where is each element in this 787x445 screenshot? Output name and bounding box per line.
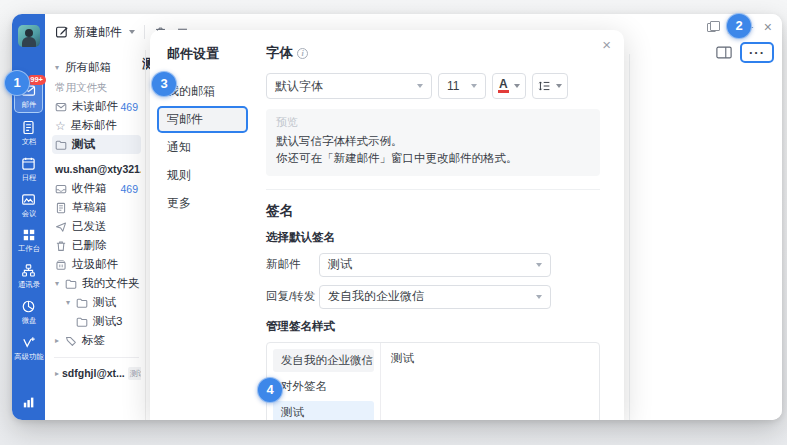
new-mail-signature-select[interactable]: 测试: [319, 253, 551, 277]
account-secondary[interactable]: ▸ sdfghjl@xt... 测试111: [52, 363, 141, 383]
folder-label: 测试: [72, 137, 95, 152]
rail-item-label: 工作台: [17, 244, 39, 252]
line-spacing-icon: [538, 80, 551, 92]
drive-icon: [21, 299, 36, 314]
rail-item-label: 文档: [21, 137, 36, 145]
manage-signature-heading: 管理签名样式: [266, 319, 600, 334]
preview-label: 预览: [276, 115, 590, 130]
stats-icon[interactable]: [21, 395, 36, 410]
inbox-count: 469: [120, 183, 138, 195]
preview-line: 你还可在「新建邮件」窗口中更改邮件的格式。: [276, 150, 590, 167]
folder-label: 测试: [93, 295, 116, 310]
font-controls: 默认字体 11 A: [266, 73, 600, 99]
rail-item-drive[interactable]: 微盘: [14, 296, 43, 328]
annotation-step-2: 2: [726, 13, 752, 39]
sent-icon: [55, 221, 67, 233]
common-folders-label: 常用文件夹: [52, 79, 141, 97]
trash-icon: [55, 240, 67, 252]
new-mail-signature-value: 测试: [328, 256, 352, 273]
signature-item-test[interactable]: 测试: [273, 401, 374, 421]
folder-group-all-mailboxes[interactable]: ▾ 所有邮箱: [52, 58, 141, 77]
signature-item-external[interactable]: 对外签名: [273, 375, 374, 398]
rail-item-docs[interactable]: 文档: [14, 117, 43, 149]
folder-item-my-test3[interactable]: 测试3: [52, 312, 141, 331]
settings-content: 字体 i 默认字体 11 A: [246, 30, 624, 420]
signature-item-wecom[interactable]: 发自我的企业微信: [273, 349, 374, 372]
restore-window-icon[interactable]: [707, 23, 716, 32]
default-signature-heading: 选择默认签名: [266, 230, 600, 245]
rail-item-label: 会议: [21, 209, 36, 217]
account-label: sdfghjl@xt...: [62, 367, 125, 379]
annotation-step-3: 3: [151, 71, 177, 97]
tag-icon: [65, 335, 77, 347]
folder-label: 标签: [82, 333, 105, 348]
desktop-background: 99+ 邮件 文档 日程 会议 工作台 通讯录: [0, 0, 787, 445]
settings-nav-my-mailbox[interactable]: 我的邮箱: [167, 80, 240, 103]
folder-item-starred[interactable]: ☆ 星标邮件: [52, 116, 141, 135]
folder-group-tags[interactable]: ▸ 标签: [52, 331, 141, 350]
chevron-down-icon: ▾: [66, 298, 73, 307]
new-mail-label: 新邮件: [266, 257, 319, 272]
section-divider: [266, 189, 600, 190]
rail-item-contacts[interactable]: 通讯录: [14, 260, 43, 292]
folder-item-sent[interactable]: 已发送: [52, 217, 141, 236]
account-primary[interactable]: wu.shan@xty321....: [52, 159, 141, 179]
signature-list: 发自我的企业微信 对外签名 测试 测试2 创建签名: [267, 343, 381, 421]
font-family-value: 默认字体: [275, 78, 323, 95]
app-window: 99+ 邮件 文档 日程 会议 工作台 通讯录: [12, 14, 782, 420]
folder-icon: [76, 297, 88, 309]
new-mail-label: 新建邮件: [74, 24, 122, 41]
folder-label: 所有邮箱: [65, 60, 111, 75]
rail-item-advanced[interactable]: 高级功能: [14, 332, 43, 364]
more-options-button[interactable]: ···: [740, 42, 774, 63]
folder-item-spam[interactable]: 垃圾邮件: [52, 255, 141, 274]
chevron-down-icon: [514, 84, 520, 88]
font-size-select[interactable]: 11: [438, 73, 486, 99]
reply-signature-select[interactable]: 发自我的企业微信: [319, 285, 551, 309]
preview-line: 默认写信字体样式示例。: [276, 133, 590, 150]
reply-signature-row: 回复/转发 发自我的企业微信: [266, 285, 600, 309]
folder-item-test[interactable]: 测试: [52, 135, 141, 154]
folder-label: 星标邮件: [71, 118, 117, 133]
folder-item-my-test[interactable]: ▾ 测试: [52, 293, 141, 312]
font-color-icon: A: [498, 79, 509, 93]
folder-item-drafts[interactable]: 草稿箱: [52, 198, 141, 217]
folder-label: 收件箱: [72, 181, 107, 196]
folder-label: 已删除: [72, 238, 107, 253]
font-color-button[interactable]: A: [492, 73, 526, 99]
rail-item-calendar[interactable]: 日程: [14, 153, 43, 185]
signature-manager: 发自我的企业微信 对外签名 测试 测试2 创建签名 测试 |: [266, 342, 600, 421]
new-mail-button[interactable]: 新建邮件: [55, 24, 135, 41]
chevron-down-icon: [417, 84, 423, 88]
close-window-icon[interactable]: ×: [764, 21, 772, 33]
settings-nav-compose[interactable]: 写邮件: [159, 108, 246, 131]
line-spacing-button[interactable]: [532, 73, 568, 99]
meeting-icon: [21, 192, 36, 207]
reply-signature-value: 发自我的企业微信: [328, 288, 424, 305]
close-icon[interactable]: ×: [602, 38, 611, 52]
rail-item-workbench[interactable]: 工作台: [14, 225, 43, 256]
reading-pane-icon[interactable]: [716, 46, 732, 59]
reply-forward-label: 回复/转发: [266, 289, 319, 304]
rail-item-label: 日程: [21, 173, 36, 181]
signature-preview: 测试 |: [381, 343, 599, 421]
settings-nav-notifications[interactable]: 通知: [167, 136, 240, 159]
folder-item-deleted[interactable]: 已删除: [52, 236, 141, 255]
settings-nav-more[interactable]: 更多: [167, 192, 240, 215]
workbench-grid-icon: [22, 228, 36, 242]
annotation-step-1: 1: [4, 70, 30, 96]
avatar[interactable]: [18, 25, 40, 47]
rail-item-label: 微盘: [21, 316, 36, 324]
docs-icon: [21, 120, 36, 135]
folder-label: 未读邮件: [72, 99, 118, 114]
settings-nav-rules[interactable]: 规则: [167, 164, 240, 187]
rail-item-meeting[interactable]: 会议: [14, 189, 43, 221]
advanced-features-icon: [21, 335, 36, 350]
folder-item-inbox[interactable]: 收件箱 469: [52, 179, 141, 198]
font-family-select[interactable]: 默认字体: [266, 73, 432, 99]
folder-item-unread[interactable]: 未读邮件 469: [52, 97, 141, 116]
folder-pane-divider: [54, 357, 139, 358]
annotation-step-4: 4: [257, 377, 283, 403]
folder-group-my-folders[interactable]: ▾ 我的文件夹: [52, 274, 141, 293]
folder-label: 垃圾邮件: [72, 257, 118, 272]
